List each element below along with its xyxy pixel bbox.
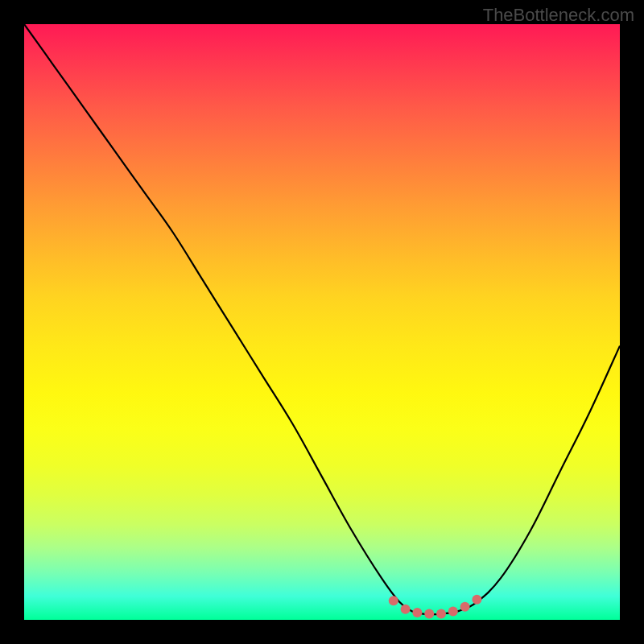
valley-marker — [472, 595, 481, 605]
bottleneck-curve — [24, 24, 620, 614]
chart-svg — [24, 24, 620, 620]
valley-marker — [424, 609, 434, 619]
valley-marker — [412, 608, 422, 617]
valley-marker — [448, 607, 458, 617]
valley-marker — [436, 609, 446, 619]
valley-marker — [401, 605, 411, 614]
valley-marker — [460, 602, 470, 612]
chart-plot-area — [24, 24, 620, 620]
watermark-text: TheBottleneck.com — [483, 5, 634, 26]
valley-marker — [389, 596, 398, 605]
